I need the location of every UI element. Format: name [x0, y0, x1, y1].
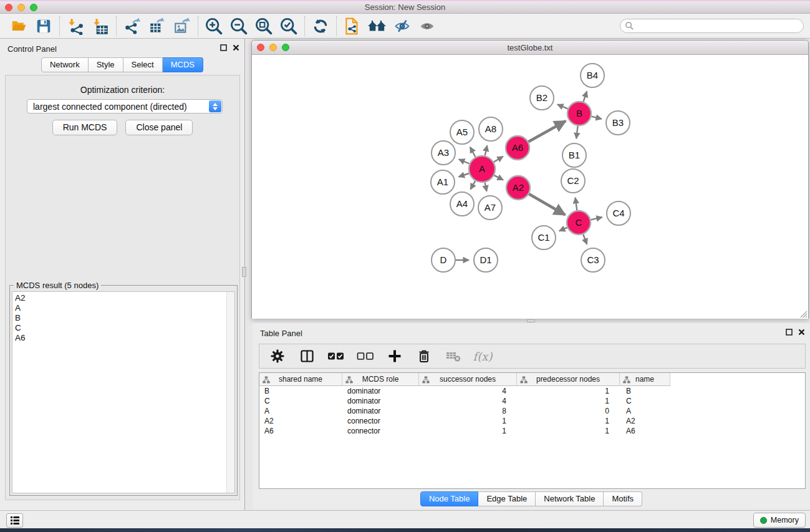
zoom-selected-button[interactable]: [276, 16, 301, 37]
graph-node-B1[interactable]: B1: [562, 143, 586, 167]
run-mcds-button[interactable]: Run MCDS: [52, 120, 118, 135]
graph-node-C3[interactable]: C3: [581, 248, 605, 272]
node-table[interactable]: shared nameMCDS rolesuccessor nodesprede…: [259, 372, 806, 489]
column-header-shared-name[interactable]: shared name: [259, 373, 342, 386]
graph-node-D1[interactable]: D1: [474, 248, 498, 272]
graph-node-A7[interactable]: A7: [478, 196, 502, 220]
zoom-in-button[interactable]: [201, 16, 226, 37]
graph-edge-C-C4[interactable]: [591, 217, 602, 220]
zoom-out-button[interactable]: [226, 16, 251, 37]
table-row[interactable]: A2connector11A2: [259, 416, 805, 426]
table-settings-button[interactable]: [266, 346, 289, 366]
panel-divider-grip[interactable]: [242, 267, 246, 277]
save-session-button[interactable]: [31, 16, 56, 37]
function-builder-button[interactable]: f(x): [471, 346, 494, 366]
result-list-scrollbar[interactable]: [226, 292, 234, 493]
table-row[interactable]: Adominator80A: [259, 406, 805, 416]
mcds-result-item[interactable]: A6: [15, 333, 234, 343]
float-table-panel-icon[interactable]: [786, 329, 793, 336]
graph-node-A1[interactable]: A1: [431, 170, 455, 194]
graph-edge-A-A4[interactable]: [470, 181, 475, 190]
graph-node-D[interactable]: D: [432, 248, 455, 272]
mcds-result-item[interactable]: C: [15, 323, 234, 333]
graph-node-A5[interactable]: A5: [450, 120, 474, 144]
close-panel-button[interactable]: Close panel: [125, 120, 193, 135]
optimization-criterion-dropdown[interactable]: largest connected component (directed): [27, 99, 223, 114]
tab-network-table[interactable]: Network Table: [536, 491, 604, 506]
search-input[interactable]: [620, 19, 804, 33]
network-window-titlebar[interactable]: testGlobe.txt: [252, 41, 808, 55]
resize-handle[interactable]: [799, 309, 808, 318]
graph-edge-A-A8[interactable]: [485, 145, 488, 155]
tab-edge-table[interactable]: Edge Table: [478, 491, 536, 506]
delete-column-button[interactable]: [412, 346, 436, 366]
close-panel-icon[interactable]: [233, 44, 239, 51]
show-graphics-details-button[interactable]: [415, 16, 440, 37]
graph-node-C1[interactable]: C1: [532, 226, 556, 249]
network-canvas[interactable]: B4B2BB3A5A8A6B1A3AA1C2A2A4A7C4CC1C3DD1: [252, 55, 808, 319]
float-panel-icon[interactable]: [220, 44, 227, 51]
show-task-history-button[interactable]: [6, 513, 23, 528]
table-row[interactable]: Cdominator41C: [259, 396, 805, 406]
graph-edge-A2-C[interactable]: [529, 194, 565, 215]
graph-node-B[interactable]: B: [567, 102, 591, 125]
deselect-all-columns-button[interactable]: [354, 346, 377, 366]
graph-node-A6[interactable]: A6: [506, 136, 529, 160]
export-table-button[interactable]: [145, 16, 170, 37]
column-header-successor-nodes[interactable]: successor nodes: [419, 373, 517, 386]
graph-node-A2[interactable]: A2: [506, 176, 530, 200]
toggle-column-view-button[interactable]: [295, 346, 319, 366]
mcds-result-item[interactable]: A: [15, 303, 234, 313]
graph-edge-A-A1[interactable]: [459, 173, 470, 177]
graph-node-B3[interactable]: B3: [606, 111, 630, 135]
tab-motifs[interactable]: Motifs: [604, 491, 642, 506]
graph-edge-C-C2[interactable]: [576, 198, 577, 210]
column-header-name[interactable]: name: [620, 373, 670, 386]
memory-button[interactable]: Memory: [753, 513, 806, 528]
mcds-result-item[interactable]: B: [15, 313, 234, 323]
tab-style[interactable]: Style: [89, 57, 123, 72]
export-network-button[interactable]: [120, 16, 145, 37]
export-image-button[interactable]: [170, 16, 195, 37]
graph-edge-C-C1[interactable]: [559, 228, 567, 231]
hide-graphics-details-button[interactable]: [390, 16, 415, 37]
import-network-button[interactable]: [63, 16, 88, 37]
graph-node-A3[interactable]: A3: [432, 141, 455, 165]
graph-node-C2[interactable]: C2: [561, 169, 585, 193]
graph-edge-A6-B[interactable]: [529, 121, 566, 142]
tab-node-table[interactable]: Node Table: [420, 491, 479, 506]
graph-edge-B-B4[interactable]: [584, 92, 587, 102]
graph-node-A[interactable]: A: [469, 156, 495, 182]
horizontal-divider-grip[interactable]: [527, 319, 535, 322]
graph-edge-A-A6[interactable]: [494, 157, 503, 162]
graph-node-B2[interactable]: B2: [530, 86, 554, 110]
graph-edge-A-A7[interactable]: [485, 183, 487, 191]
graph-edge-A-A2[interactable]: [494, 175, 504, 180]
zoom-fit-button[interactable]: [251, 16, 276, 37]
graph-edge-C-C3[interactable]: [583, 235, 587, 244]
close-table-panel-icon[interactable]: [798, 329, 805, 336]
graph-edge-A-A3[interactable]: [459, 159, 470, 163]
tab-select[interactable]: Select: [123, 57, 163, 72]
graph-node-A8[interactable]: A8: [479, 117, 503, 141]
select-all-columns-button[interactable]: [324, 346, 348, 366]
tab-mcds[interactable]: MCDS: [163, 57, 203, 72]
column-header-mcds-role[interactable]: MCDS role: [342, 373, 419, 386]
mcds-result-item[interactable]: A2: [15, 293, 234, 303]
graph-edge-B-B3[interactable]: [591, 117, 601, 119]
new-network-from-file-button[interactable]: [340, 16, 365, 37]
delete-table-button[interactable]: [441, 346, 465, 366]
import-table-button[interactable]: [88, 16, 113, 37]
tab-network[interactable]: Network: [41, 57, 89, 72]
graph-node-C[interactable]: C: [567, 211, 591, 235]
graph-node-A4[interactable]: A4: [450, 192, 474, 216]
create-column-button[interactable]: [383, 346, 407, 366]
refresh-button[interactable]: [308, 16, 333, 37]
open-session-button[interactable]: [6, 16, 31, 37]
graph-edge-B-B1[interactable]: [576, 126, 577, 138]
graph-edge-A-A5[interactable]: [470, 147, 476, 157]
graph-edge-B-B2[interactable]: [557, 104, 568, 109]
graph-node-B4[interactable]: B4: [581, 64, 604, 87]
table-row[interactable]: Bdominator41B: [259, 386, 805, 396]
home-button[interactable]: [365, 16, 390, 37]
